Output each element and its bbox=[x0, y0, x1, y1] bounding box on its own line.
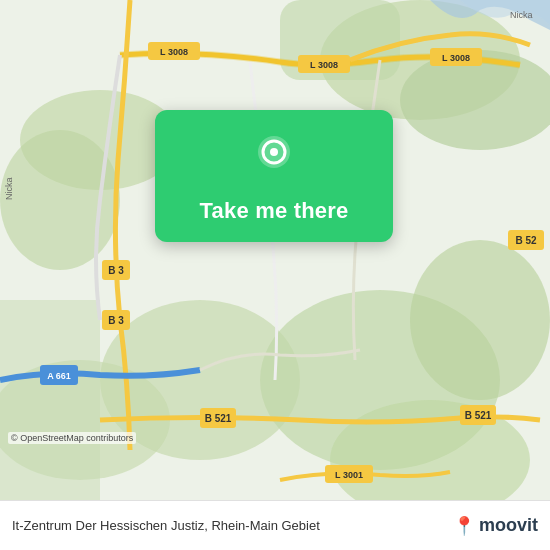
svg-text:L 3008: L 3008 bbox=[442, 53, 470, 63]
map-container: L 3008 L 3008 L 3008 B 3 B 3 A 661 B 521… bbox=[0, 0, 550, 500]
svg-point-36 bbox=[270, 148, 278, 156]
moovit-pin-icon: 📍 bbox=[453, 515, 475, 537]
svg-text:Nicka: Nicka bbox=[4, 177, 14, 200]
svg-text:B 52: B 52 bbox=[515, 235, 537, 246]
svg-text:L 3001: L 3001 bbox=[335, 470, 363, 480]
moovit-brand-text: moovit bbox=[479, 515, 538, 536]
svg-rect-10 bbox=[0, 300, 100, 500]
copyright-text: © OpenStreetMap contributors bbox=[8, 432, 136, 444]
moovit-logo: 📍 moovit bbox=[453, 515, 538, 537]
svg-text:A 661: A 661 bbox=[47, 371, 71, 381]
svg-point-8 bbox=[410, 240, 550, 400]
svg-text:L 3008: L 3008 bbox=[160, 47, 188, 57]
svg-text:B 3: B 3 bbox=[108, 265, 124, 276]
svg-text:B 521: B 521 bbox=[205, 413, 232, 424]
take-me-there-button[interactable]: Take me there bbox=[200, 198, 349, 224]
place-info: It-Zentrum Der Hessischen Justiz, Rhein-… bbox=[12, 518, 453, 533]
action-card[interactable]: Take me there bbox=[155, 110, 393, 242]
svg-text:B 521: B 521 bbox=[465, 410, 492, 421]
svg-text:Nicka: Nicka bbox=[510, 10, 533, 20]
svg-text:B 3: B 3 bbox=[108, 315, 124, 326]
svg-text:L 3008: L 3008 bbox=[310, 60, 338, 70]
location-pin-icon bbox=[246, 130, 302, 186]
place-name: It-Zentrum Der Hessischen Justiz, Rhein-… bbox=[12, 518, 320, 533]
map-background: L 3008 L 3008 L 3008 B 3 B 3 A 661 B 521… bbox=[0, 0, 550, 500]
bottom-bar: It-Zentrum Der Hessischen Justiz, Rhein-… bbox=[0, 500, 550, 550]
